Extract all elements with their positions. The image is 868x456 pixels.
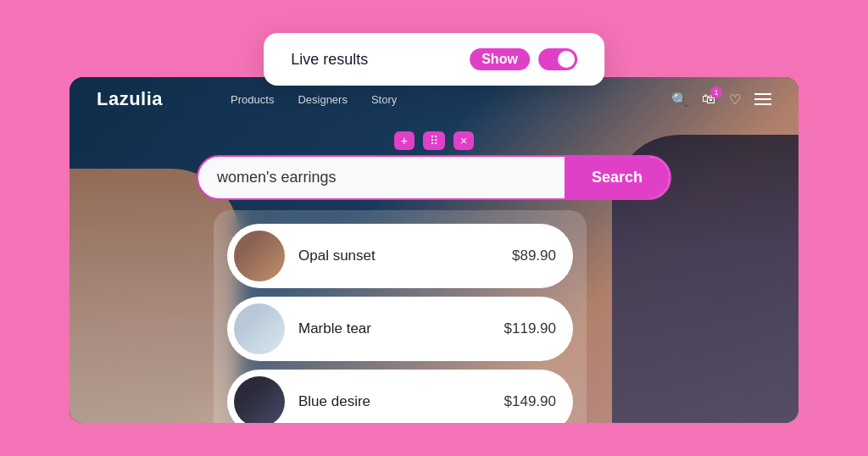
search-row: Search — [197, 155, 671, 200]
toolbar-add-button[interactable]: + — [394, 131, 415, 150]
nav-link-products[interactable]: Products — [231, 93, 274, 106]
nav-icons: 🔍 🛍 1 ♡ — [671, 92, 771, 108]
nav-link-story[interactable]: Story — [371, 93, 397, 106]
toolbar-close-button[interactable]: × — [453, 131, 474, 150]
result-item-1[interactable]: Opal sunset $89.90 — [227, 224, 573, 288]
live-results-label: Live results — [291, 51, 368, 69]
result-name-2: Marble tear — [298, 320, 491, 337]
toggle-knob — [558, 51, 575, 68]
site-logo: Lazulia — [97, 88, 163, 110]
results-dropdown: Opal sunset $89.90 Marble tear $119.90 B… — [214, 210, 587, 423]
result-image-3 — [234, 376, 285, 423]
toolbar-move-button[interactable]: ⠿ — [423, 131, 445, 150]
result-image-2 — [234, 303, 285, 354]
result-item-3[interactable]: Blue desire $149.90 — [227, 370, 573, 423]
site-frame: Lazulia Products Designers Story 🔍 🛍 1 ♡ — [70, 77, 798, 423]
result-name-1: Opal sunset — [298, 247, 498, 264]
search-button[interactable]: Search — [565, 157, 670, 198]
result-price-1: $89.90 — [512, 247, 556, 264]
result-price-3: $149.90 — [504, 393, 556, 410]
nav-links: Products Designers Story — [231, 93, 671, 106]
result-item-2[interactable]: Marble tear $119.90 — [227, 297, 573, 361]
nav-link-designers[interactable]: Designers — [298, 93, 348, 106]
search-toolbar: + ⠿ × — [197, 131, 671, 150]
search-block: + ⠿ × Search Opal sunset $89.90 Marble t… — [197, 131, 671, 423]
live-results-card: Live results Show — [264, 33, 604, 86]
hamburger-menu[interactable] — [754, 93, 771, 105]
wishlist-icon[interactable]: ♡ — [729, 92, 741, 108]
result-name-3: Blue desire — [298, 393, 491, 410]
toggle-container: Show — [470, 48, 577, 70]
result-image-1 — [234, 231, 285, 281]
cart-icon[interactable]: 🛍 1 — [702, 92, 715, 107]
cart-badge-count: 1 — [710, 86, 722, 98]
result-price-2: $119.90 — [504, 320, 556, 337]
outer-wrapper: Live results Show Lazulia Products Desig… — [70, 33, 798, 423]
search-icon[interactable]: 🔍 — [671, 92, 688, 108]
live-results-toggle[interactable] — [538, 48, 577, 70]
search-input[interactable] — [198, 157, 565, 198]
show-label: Show — [470, 48, 530, 70]
